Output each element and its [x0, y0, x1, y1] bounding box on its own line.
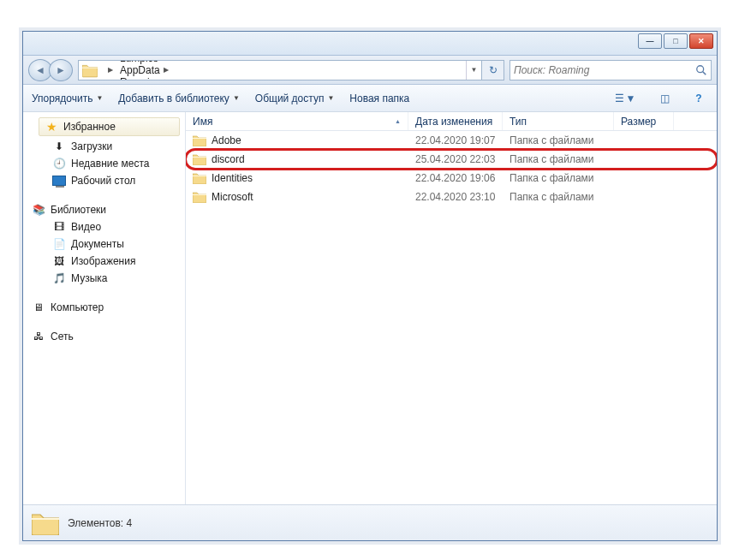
status-text: Элементов: 4: [68, 517, 132, 529]
minimize-icon: —: [647, 37, 654, 45]
sidebar-network[interactable]: 🖧Сеть: [23, 328, 185, 345]
search-input[interactable]: [514, 64, 692, 76]
breadcrumb-segment[interactable]: AppData▶: [116, 64, 173, 76]
row-type: Папка с файлами: [503, 134, 614, 146]
row-type: Папка с файлами: [503, 172, 614, 184]
view-icon: ☰: [615, 92, 624, 104]
breadcrumb-segment[interactable]: Roaming▶: [116, 76, 173, 80]
chevron-down-icon: ▼: [626, 92, 636, 104]
sidebar-item[interactable]: Рабочий стол: [23, 172, 185, 189]
view-button[interactable]: ☰▼: [609, 89, 641, 108]
item-icon: 🖼: [52, 254, 66, 268]
folder-icon: [82, 63, 98, 78]
item-icon: 🕘: [52, 157, 66, 170]
sidebar-libraries[interactable]: 📚Библиотеки: [23, 201, 185, 218]
maximize-button[interactable]: □: [664, 33, 688, 49]
close-icon: ✕: [698, 37, 705, 45]
sidebar-item[interactable]: 🕘Недавние места: [23, 155, 185, 172]
chevron-right-icon: ▶: [164, 78, 170, 80]
sidebar-favorites[interactable]: ★Избранное: [39, 117, 180, 136]
sidebar-computer[interactable]: 🖥Компьютер: [23, 299, 185, 316]
chevron-right-icon: ▶: [164, 66, 169, 74]
help-button[interactable]: ?: [688, 89, 710, 108]
toolbar: Упорядочить▼ Добавить в библиотеку▼ Общи…: [23, 85, 717, 112]
row-name: Adobe: [212, 134, 241, 146]
column-headers: Имя Дата изменения Тип Размер: [186, 112, 717, 131]
folder-icon: [193, 191, 206, 203]
row-date: 22.04.2020 23:10: [408, 191, 503, 203]
breadcrumb-root[interactable]: ▶: [101, 61, 116, 80]
row-name: Microsoft: [212, 191, 253, 203]
refresh-button[interactable]: ↻: [482, 60, 504, 80]
item-icon: ⬇: [52, 140, 66, 153]
chevron-down-icon: ▼: [233, 94, 240, 102]
item-icon: [52, 174, 66, 188]
column-date[interactable]: Дата изменения: [408, 112, 503, 130]
folder-row[interactable]: Microsoft22.04.2020 23:10Папка с файлами: [186, 188, 717, 206]
star-icon: ★: [45, 120, 58, 134]
folder-icon: [32, 511, 59, 535]
maximize-icon: □: [673, 37, 677, 45]
organize-button[interactable]: Упорядочить▼: [30, 89, 104, 108]
row-date: 22.04.2020 19:07: [408, 134, 503, 146]
folder-icon: [193, 134, 206, 146]
back-icon: ◄: [35, 64, 45, 76]
column-name[interactable]: Имя: [186, 112, 408, 130]
folder-icon: [193, 172, 206, 184]
preview-pane-button[interactable]: ◫: [653, 89, 676, 108]
folder-row[interactable]: discord25.04.2020 22:03Папка с файлами: [186, 150, 717, 169]
row-name: Identities: [212, 172, 253, 184]
navbar: ◄ ► ▶ Lumpics▶AppData▶Roaming▶ ▼ ↻: [23, 56, 717, 85]
navigation-pane: ★Избранное⬇Загрузки🕘Недавние местаРабочи…: [23, 112, 186, 504]
row-type: Папка с файлами: [503, 153, 614, 165]
row-type: Папка с файлами: [503, 191, 614, 203]
sidebar-item[interactable]: 🎵Музыка: [23, 270, 185, 287]
help-icon: ?: [695, 92, 701, 104]
file-list: Имя Дата изменения Тип Размер Adobe22.04…: [186, 112, 717, 504]
address-dropdown[interactable]: ▼: [466, 61, 481, 80]
status-bar: Элементов: 4: [23, 504, 717, 540]
close-button[interactable]: ✕: [689, 33, 713, 49]
forward-button[interactable]: ►: [49, 59, 73, 81]
new-folder-button[interactable]: Новая папка: [348, 89, 411, 108]
sidebar-item[interactable]: 📄Документы: [23, 235, 185, 253]
libraries-icon: 📚: [32, 203, 45, 217]
chevron-right-icon: ▶: [162, 60, 167, 63]
item-icon: 🎵: [52, 271, 66, 285]
folder-icon: [193, 153, 206, 165]
chevron-right-icon: ▶: [108, 66, 113, 74]
share-button[interactable]: Общий доступ▼: [253, 89, 337, 108]
item-icon: 🎞: [52, 220, 66, 234]
explorer-window: — □ ✕ ◄ ► ▶ Lumpics▶AppData▶Roaming▶ ▼ ↻…: [22, 31, 718, 541]
row-date: 25.04.2020 22:03: [408, 153, 503, 165]
item-icon: 📄: [52, 237, 66, 251]
titlebar: — □ ✕: [23, 32, 717, 56]
minimize-button[interactable]: —: [638, 33, 662, 49]
sidebar-item[interactable]: ⬇Загрузки: [23, 138, 185, 155]
include-library-button[interactable]: Добавить в библиотеку▼: [116, 89, 241, 108]
computer-icon: 🖥: [32, 301, 45, 314]
network-icon: 🖧: [32, 330, 45, 343]
chevron-down-icon: ▼: [327, 94, 334, 102]
refresh-icon: ↻: [489, 64, 498, 76]
pane-icon: ◫: [660, 92, 670, 104]
search-box[interactable]: [510, 60, 712, 80]
sidebar-item[interactable]: 🖼Изображения: [23, 253, 185, 270]
column-type[interactable]: Тип: [503, 112, 614, 130]
row-date: 22.04.2020 19:06: [408, 172, 503, 184]
forward-icon: ►: [56, 64, 66, 76]
search-icon: [695, 64, 707, 76]
folder-row[interactable]: Identities22.04.2020 19:06Папка с файлам…: [186, 169, 717, 188]
address-bar[interactable]: ▶ Lumpics▶AppData▶Roaming▶ ▼: [78, 60, 482, 80]
chevron-down-icon: ▼: [96, 94, 103, 102]
row-name: discord: [212, 153, 245, 165]
column-size[interactable]: Размер: [614, 112, 674, 130]
sidebar-item[interactable]: 🎞Видео: [23, 218, 185, 235]
folder-row[interactable]: Adobe22.04.2020 19:07Папка с файлами: [186, 131, 717, 150]
